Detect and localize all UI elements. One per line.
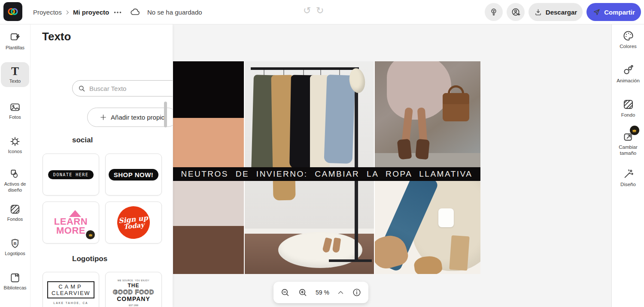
invite-people-button[interactable] — [507, 3, 525, 21]
right-toolbar: Colores Animación Fondo — [611, 24, 644, 307]
text-template-learn-more[interactable]: LEARN MORE — [43, 202, 99, 244]
swatch-black[interactable] — [173, 61, 244, 118]
logo-established: EST 1998 — [129, 304, 138, 307]
panel-scrollbar[interactable] — [164, 102, 167, 127]
logo-subtitle: LAKE TAHOE, CA — [54, 301, 88, 304]
panel-item-cambiar-tamano[interactable]: Cambiar tamaño — [612, 131, 644, 157]
canvas-page[interactable]: NEUTROS DE INVIERNO: CAMBIAR LA ROPA LLA… — [173, 61, 480, 274]
sidebar-item-fondos[interactable]: Fondos — [1, 200, 29, 226]
add-own-text-label: Añadir texto propio — [111, 114, 165, 121]
redo-icon[interactable]: ↻ — [316, 6, 324, 15]
download-icon — [534, 8, 542, 16]
add-own-text-button[interactable]: Añadir texto propio — [87, 108, 173, 127]
handbag-flap-shape — [443, 93, 469, 104]
search-box[interactable] — [72, 80, 173, 96]
search-input[interactable] — [89, 85, 173, 92]
flatlay-photo[interactable] — [375, 181, 480, 274]
zoom-menu-button[interactable] — [337, 289, 344, 296]
text-template-sign-up[interactable]: Sign up Today — [105, 202, 162, 244]
zoom-in-icon — [298, 288, 308, 298]
share-label: Compartir — [604, 9, 635, 16]
more-options-icon[interactable] — [113, 0, 122, 24]
zoom-in-button[interactable] — [298, 288, 308, 298]
tips-button[interactable] — [485, 3, 503, 21]
sidebar-item-bibliotecas[interactable]: Bibliotecas — [1, 269, 29, 295]
download-label: Descargar — [546, 9, 577, 16]
sidebar-item-plantillas[interactable]: Plantillas — [1, 29, 29, 54]
top-bar: Proyectos Mi proyecto No se ha guardado … — [0, 0, 644, 24]
logo-text-line2: CLEARVIEW — [52, 290, 90, 296]
download-button[interactable]: Descargar — [529, 3, 583, 21]
premium-badge — [630, 126, 639, 135]
sidebar-label: Activos de diseño — [1, 181, 29, 193]
panel-item-colores[interactable]: Colores — [612, 30, 644, 50]
panel-item-label: Fondo — [621, 112, 635, 118]
panel-item-label: Diseño — [620, 182, 636, 188]
headline-text: NEUTROS DE INVIERNO: CAMBIAR LA ROPA LLA… — [181, 169, 473, 179]
panel-item-fondo[interactable]: Fondo — [612, 99, 644, 118]
text-template-donate[interactable]: DONATE HERE — [43, 154, 99, 196]
background-icon — [623, 99, 634, 110]
crown-icon — [632, 128, 637, 133]
section-header-social: social Más — [72, 136, 173, 144]
panel-title: Texto — [42, 30, 71, 43]
send-icon — [592, 8, 601, 16]
sidebar-label: Fondos — [7, 217, 23, 223]
mug-shape — [438, 208, 454, 227]
app-logo[interactable] — [3, 2, 22, 21]
breadcrumb-current-project[interactable]: Mi proyecto — [73, 0, 109, 24]
lightbulb-icon — [489, 7, 498, 17]
breadcrumb-projects[interactable]: Proyectos — [33, 0, 62, 24]
panel-item-label: Colores — [620, 44, 637, 50]
chevron-up-icon — [337, 289, 344, 296]
zoom-out-button[interactable] — [280, 288, 290, 298]
person-add-icon — [511, 7, 521, 17]
headline-text-layer[interactable]: NEUTROS DE INVIERNO: CAMBIAR LA ROPA LLA… — [173, 167, 480, 181]
magic-wand-icon — [623, 168, 634, 180]
zoom-out-icon — [280, 288, 290, 298]
premium-badge — [86, 230, 95, 239]
logo-template-camp-clearview[interactable]: CAMP CLEARVIEW LAKE TAHOE, CA — [43, 272, 99, 307]
logo-template-good-food[interactable]: WE SOURCE. YOU ENJOY THE GOOD FOOD COMPA… — [105, 272, 162, 307]
rack-pole-shape — [355, 67, 358, 261]
sidebar-item-logotipos[interactable]: B Logotipos — [1, 235, 29, 260]
jacket-denim-shape — [324, 75, 355, 164]
sidebar-item-iconos[interactable]: Iconos — [1, 132, 29, 158]
panel-item-label: Cambiar tamaño — [615, 144, 641, 157]
rack-foot-shape — [329, 259, 372, 262]
zoom-level-value[interactable]: 59 % — [316, 289, 329, 296]
swatch-cream[interactable] — [173, 181, 244, 226]
panel-item-label: Animación — [617, 78, 640, 84]
model-boots-photo[interactable] — [375, 61, 480, 167]
text-template-shop-now[interactable]: SHOP NOW! — [105, 154, 162, 196]
chevron-right-icon — [64, 0, 70, 24]
animation-icon — [623, 64, 634, 76]
panel-item-animacion[interactable]: Animación — [612, 64, 644, 84]
swatch-peach[interactable] — [173, 118, 244, 167]
cloud-sync-icon — [130, 0, 140, 24]
templates-icon — [9, 32, 21, 43]
creative-cloud-icon — [7, 6, 19, 18]
sidebar-label: Texto — [9, 78, 21, 84]
left-toolbar: Plantillas T Texto Fotos Iconos Activos … — [0, 24, 30, 307]
panel-item-diseno[interactable]: Diseño — [612, 168, 644, 188]
info-icon — [352, 288, 361, 297]
section-header-logotipos: Logotipos Más — [72, 255, 173, 263]
svg-text:B: B — [13, 241, 16, 246]
template-text: SHOP NOW! — [109, 169, 159, 181]
section-title: Logotipos — [72, 255, 107, 263]
logo-frame: CAMP CLEARVIEW — [47, 281, 94, 298]
sidebar-label: Logotipos — [5, 251, 25, 257]
section-title: social — [72, 136, 93, 144]
search-icon — [78, 84, 86, 93]
undo-icon[interactable]: ↺ — [303, 6, 311, 15]
sidebar-item-fotos[interactable]: Fotos — [1, 98, 29, 124]
kraft-bag-shape — [449, 235, 469, 271]
sidebar-item-texto[interactable]: T Texto — [1, 62, 29, 87]
zoom-toolbar: 59 % — [273, 282, 368, 303]
logo-text-line3: COMPANY — [117, 295, 150, 302]
info-button[interactable] — [352, 288, 361, 297]
sidebar-item-activos[interactable]: Activos de diseño — [1, 165, 29, 197]
share-button[interactable]: Compartir — [586, 3, 641, 21]
swatch-brown[interactable] — [173, 226, 244, 274]
